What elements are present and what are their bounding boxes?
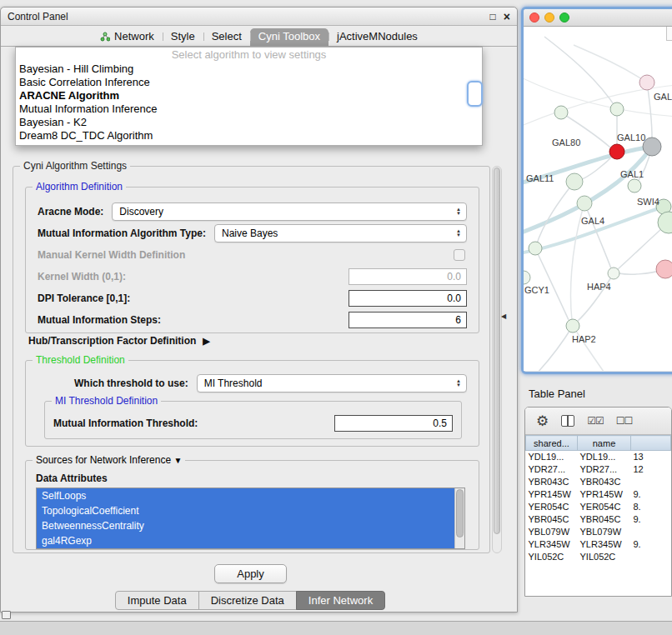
table-cell[interactable]: YPR145W	[578, 488, 631, 501]
table-cell[interactable]: YDL19...	[526, 451, 578, 463]
algorithm-option[interactable]: Bayesian - Hill Climbing	[16, 62, 482, 76]
float-window-icon[interactable]: □	[490, 12, 496, 22]
close-traffic-light-icon[interactable]	[529, 12, 539, 22]
table-cell[interactable]	[631, 476, 671, 488]
table-cell[interactable]: YIL052C	[526, 551, 578, 563]
table-cell[interactable]: 13	[631, 451, 671, 463]
table-row[interactable]: YPR145WYPR145W9.	[526, 488, 671, 501]
mi-threshold-field[interactable]: 0.5	[334, 415, 453, 432]
apply-button[interactable]: Apply	[214, 564, 287, 583]
table-cell[interactable]: 12	[631, 463, 671, 476]
network-node[interactable]	[554, 106, 568, 119]
table-cell[interactable]: YDR27...	[578, 463, 631, 476]
table-cell[interactable]: YBL079W	[578, 526, 631, 538]
table-cell[interactable]: YBR045C	[526, 513, 578, 526]
tab-network[interactable]: Network	[92, 28, 163, 46]
network-node[interactable]	[656, 260, 672, 278]
manual-kernel-checkbox[interactable]	[454, 249, 465, 261]
attribute-list-item[interactable]: TopologicalCoefficient	[37, 503, 454, 518]
attribute-list-item[interactable]: BetweennessCentrality	[37, 518, 454, 533]
algorithm-option[interactable]: Mutual Information Inference	[16, 102, 482, 116]
table-cell[interactable]: YBR045C	[578, 513, 631, 526]
table-row[interactable]: YIL052CYIL052C	[526, 551, 671, 563]
deselect-all-checkboxes-icon[interactable]: ☐☐	[616, 415, 633, 427]
tab-infer-network[interactable]: Infer Network	[296, 591, 385, 610]
network-node[interactable]	[610, 102, 624, 116]
table-cell[interactable]: YER054C	[526, 501, 578, 513]
mi-type-combo[interactable]: Naive Bayes ▲▼	[214, 224, 467, 242]
table-cell[interactable]: 9.	[631, 538, 671, 551]
network-node[interactable]	[608, 268, 619, 279]
tab-style[interactable]: Style	[163, 28, 203, 46]
table-cell[interactable]: YBL079W	[526, 526, 578, 538]
table-cell[interactable]: YLR345W	[526, 538, 578, 551]
table-row[interactable]: YBR043CYBR043C	[526, 476, 671, 488]
column-header-name[interactable]: name	[578, 436, 631, 451]
table-cell[interactable]	[631, 551, 671, 563]
table-row[interactable]: YDL19...YDL19...13	[526, 451, 671, 463]
which-threshold-combo[interactable]: MI Threshold ▲▼	[197, 374, 467, 392]
table-row[interactable]: YLR345WYLR345W9.	[526, 538, 671, 551]
tab-select[interactable]: Select	[203, 28, 250, 46]
column-header-shared[interactable]: shared...	[526, 436, 578, 451]
network-node[interactable]	[643, 138, 661, 156]
network-node[interactable]	[566, 173, 583, 190]
docked-window-icon[interactable]	[2, 611, 11, 619]
table-cell[interactable]: YLR345W	[578, 538, 631, 551]
table-cell[interactable]: YPR145W	[526, 488, 578, 501]
combo-focus-fragment	[467, 81, 483, 107]
column-selector-icon[interactable]	[561, 415, 574, 427]
select-all-checkboxes-icon[interactable]: ☑☑	[587, 415, 604, 427]
network-node[interactable]	[628, 179, 641, 192]
sources-group-title[interactable]: Sources for Network Inference ▼	[33, 454, 185, 466]
algorithm-option[interactable]: Bayesian - K2	[16, 116, 482, 129]
dpi-tolerance-field[interactable]: 0.0	[349, 290, 467, 307]
scrollbar-thumb[interactable]	[494, 168, 500, 534]
network-canvas[interactable]: GAL80GAL10GAL8GAL11GAL1SWI4GAL4GCY1HAP4H…	[524, 27, 672, 371]
table-row[interactable]: YBR045CYBR045C9.	[526, 513, 671, 526]
attribute-list-item[interactable]: gal4RGexp	[37, 533, 454, 548]
table-cell[interactable]: 9.	[631, 488, 671, 501]
scrollbar-thumb[interactable]	[456, 489, 464, 538]
settings-panel-scrollbar[interactable]	[492, 166, 502, 553]
tab-jactivemnodules[interactable]: jActiveMNodules	[328, 28, 426, 46]
gear-icon[interactable]: ⚙	[536, 414, 549, 428]
network-node[interactable]	[639, 75, 654, 90]
table-cell[interactable]: YDL19...	[578, 451, 631, 463]
tab-discretize-data[interactable]: Discretize Data	[198, 591, 297, 610]
zoom-traffic-light-icon[interactable]	[559, 12, 569, 22]
mi-steps-field[interactable]: 6	[349, 312, 467, 328]
kernel-width-field[interactable]: 0.0	[349, 268, 467, 285]
table-cell[interactable]: YER054C	[578, 501, 631, 513]
table-cell[interactable]: YBR043C	[526, 476, 578, 488]
algorithm-option[interactable]: Basic Correlation Inference	[16, 76, 482, 89]
column-header-extra[interactable]	[631, 436, 671, 451]
table-cell[interactable]: 8.	[631, 501, 671, 513]
aracne-mode-combo[interactable]: Discovery ▲▼	[112, 202, 467, 221]
algorithm-option[interactable]: ARACNE Algorithm	[16, 89, 482, 102]
data-attributes-list[interactable]: SelfLoopsTopologicalCoefficientBetweenne…	[36, 488, 465, 549]
network-node[interactable]	[524, 271, 530, 284]
canvas-scrollbar[interactable]	[666, 27, 672, 41]
algorithm-option[interactable]: Dream8 DC_TDC Algorithm	[16, 129, 482, 142]
minimize-traffic-light-icon[interactable]	[544, 12, 554, 22]
attributes-list-scrollbar[interactable]	[454, 488, 464, 548]
table-cell[interactable]	[631, 526, 671, 538]
table-row[interactable]: YER054CYER054C8.	[526, 501, 671, 513]
network-node[interactable]	[566, 319, 579, 332]
table-cell[interactable]: YIL052C	[578, 551, 631, 563]
table-cell[interactable]: 9.	[631, 513, 671, 526]
table-cell[interactable]: YDR27...	[526, 463, 578, 476]
attribute-list-item[interactable]: SelfLoops	[37, 488, 454, 503]
network-node[interactable]	[609, 144, 624, 159]
tab-cyni-toolbox[interactable]: Cyni Toolbox	[250, 28, 328, 46]
panel-collapse-arrow-icon[interactable]: ◀	[501, 312, 506, 320]
table-row[interactable]: YBL079WYBL079W	[526, 526, 671, 538]
hub-definition-expander[interactable]: Hub/Transcription Factor Definition ▶	[28, 335, 210, 347]
table-cell[interactable]: YBR043C	[578, 476, 631, 488]
network-node[interactable]	[529, 242, 542, 255]
table-row[interactable]: YDR27...YDR27...12	[526, 463, 671, 476]
close-window-icon[interactable]: ×	[504, 12, 510, 22]
network-node[interactable]	[577, 196, 592, 211]
tab-impute-data[interactable]: Impute Data	[115, 591, 199, 610]
